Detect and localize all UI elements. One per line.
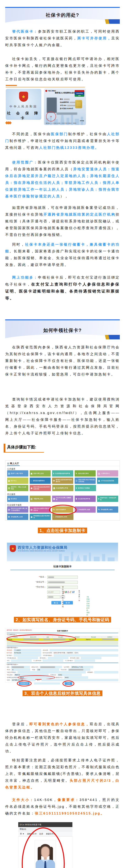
bureau-banner-screenshot: ★ 西安市人力资源和社会保障局 XI'AN MUNICIPAL HUMAN RE… — [7, 543, 118, 561]
field-value-box[interactable] — [18, 671, 86, 673]
portal-tile-社保卡加急制卡[interactable]: ✎社保卡加急制卡 — [52, 506, 73, 513]
portal-tile-西安市D、E类人才认定系统[interactable]: ▤西安市D、E类人才认定系统 — [7, 485, 28, 491]
field-value-box[interactable]: 居民身份证(户口簿) — [71, 666, 93, 668]
sms-sent-note: √短信验证码已发到您的手机，请查收 — [87, 596, 90, 616]
field: 领卡联系人： — [40, 657, 68, 659]
share-menu[interactable]: 享 ▼ — [20, 833, 24, 835]
captcha-input[interactable]: KDJFP — [47, 591, 60, 594]
tile-icon: ✎ — [98, 508, 100, 511]
portal-tile-异地就医网上备案[interactable]: ☰异地就医网上备案 — [75, 506, 96, 513]
national-emblem-icon: ★ — [19, 92, 28, 102]
field-value-box[interactable] — [50, 649, 118, 651]
field-value-box[interactable] — [18, 657, 38, 659]
portal-tile-医保卡网上挂失[interactable]: ▣医保卡网上挂失 — [30, 470, 51, 476]
field-value-box[interactable]: 未央区 — [64, 676, 88, 679]
portal-tile-医保个人账户查询[interactable]: ▤医保个人账户查询 — [7, 470, 28, 476]
portal-tile-失业保险技能补贴申请[interactable]: ¥失业保险技能补贴申请 — [52, 470, 73, 476]
portal-tile-促进就业十条措施[interactable]: ¥促进就业十条措施 — [75, 485, 96, 491]
portal-tile-西安市就业创业培训管理信息系统[interactable]: ◉西安市就业创业培训管理信息系统 — [30, 485, 51, 491]
portal-tile-定点医药机构申请[interactable]: ✚定点医药机构申请 — [75, 496, 96, 502]
field-value-box[interactable]: 未央区 — [58, 674, 82, 676]
field-value-box[interactable]: 个人未领卡 — [14, 649, 41, 651]
portal-tile-西安市社会保障卡网上领卡查询和预约[interactable]: ▤西安市社会保障卡网上领卡查询和预约 — [7, 506, 28, 513]
choose-file-button[interactable]: 点击选择文件 — [19, 682, 30, 685]
portal-tile-异地就医网上修改[interactable]: ✎异地就医网上修改 — [97, 506, 118, 513]
portal-tile-居民医保缴费查询[interactable]: ○居民医保缴费查询 — [30, 477, 51, 484]
field-value-box[interactable] — [41, 679, 118, 681]
captcha-refresh-link[interactable]: 看不清换一张 — [79, 590, 80, 601]
skyline-pagoda — [76, 554, 81, 561]
portal-section-label: 单位服务 — [7, 493, 15, 496]
field-label: 卡所属区县名称： — [7, 657, 17, 659]
field-value-box[interactable] — [14, 654, 41, 656]
tile-icon: ¥ — [53, 472, 54, 475]
portal-tile-就失业登记查询[interactable]: ✎就失业登记查询 — [75, 470, 96, 476]
portal-tile-2017年企业网上薪酬调查[interactable]: ▦2017年企业网上薪酬调查 — [52, 496, 73, 502]
field: 卡号： — [7, 659, 32, 662]
field-value-box[interactable] — [40, 666, 62, 668]
tile-icon: ▦ — [53, 487, 55, 489]
field-value-box[interactable] — [11, 666, 30, 668]
sms-countdown-button[interactable]: 请在89秒内输入验证码 — [61, 595, 65, 598]
field-label: 个人领卡时间： — [33, 660, 42, 661]
field: 经办记录： — [43, 649, 118, 651]
field: 个人领卡备注： — [65, 659, 95, 662]
field: 领卡联系人电话： — [70, 657, 101, 659]
paragraph-lost-card: 社保卡如丢失，可直接在银行网点即可申请补办，相对医保卡补卡网点，银行的网点更密集… — [5, 56, 120, 83]
skyline-building — [102, 554, 105, 561]
id-input[interactable] — [47, 581, 78, 584]
field: 卡所属详细地址： — [43, 654, 118, 656]
portal-tile-西安市军队转业干部安置管理系统[interactable]: ☰西安市军队转业干部安置管理系统 — [75, 477, 96, 484]
portal-tile-“四险”网上经办[interactable]: ▥“四险”网上经办 — [30, 496, 51, 502]
field-label: 身份证号码： — [32, 666, 39, 668]
portal-tile-异地就医网上注销[interactable]: ✚异地就医网上注销 — [7, 514, 28, 520]
paragraph-photo-requirements: 特别需要注意的是，必须按照要求上传本人电子证件照，照片基本要求：近期正面免冠彩色… — [5, 757, 120, 791]
skyline-building — [94, 557, 100, 561]
tile-label: 医保卡网上挂失 — [33, 472, 44, 474]
section-card-receive-info: 社保卡领卡信息>> — [7, 647, 118, 649]
field-row: *性别：女*民族：汉族*出生日期： — [7, 669, 118, 671]
field-value-box[interactable]: 西安市 — [19, 676, 54, 679]
field-value-box[interactable]: 汉族 — [37, 669, 59, 671]
tile-label: 西安市D、E类人才认定系统 — [11, 486, 27, 490]
field-value-box[interactable] — [74, 659, 95, 662]
bureau-title: 西安市人力资源和社会保障局 — [18, 545, 67, 550]
table-cell — [102, 638, 118, 641]
portal-tile-高校毕业生一次性创业补贴[interactable]: ¥高校毕业生一次性创业补贴 — [97, 496, 118, 502]
portal-tile-新增定点医药机构申报结果查询[interactable]: ✚新增定点医药机构申报结果查询 — [52, 477, 73, 484]
field-value-box[interactable] — [43, 659, 63, 662]
field-value-box[interactable] — [54, 654, 118, 656]
field-value-box[interactable]: 女 — [11, 669, 30, 671]
card-arrow-decoration: ▷ — [83, 102, 85, 106]
social-security-card-front-image: ★ 中华人民共和国 社 会 保 障 卡 — [6, 89, 41, 120]
portal-tile-西安市社会保障卡预约信息查询[interactable]: ▥西安市社会保障卡预约信息查询 — [30, 506, 51, 513]
section-header-underline — [4, 452, 44, 453]
text-span: 两卡可并存使用， — [77, 36, 112, 40]
tile-label: 西安市就业创业培训管理信息系统 — [33, 486, 50, 490]
field-value-box[interactable] — [94, 671, 118, 673]
portal-tile-职介中心[interactable]: ◉职介中心 — [7, 477, 28, 484]
field-label: *出生日期： — [61, 669, 68, 671]
field-value-box[interactable] — [81, 657, 101, 659]
verify-button[interactable]: 验证 — [52, 601, 61, 604]
text-span: 不同的是，医保卡由 — [12, 132, 51, 136]
refresh-button[interactable]: 刷新 — [63, 601, 73, 604]
portal-tile-异地就医定点医疗机构查询[interactable]: ◉异地就医定点医疗机构查询 — [30, 514, 51, 520]
tile-icon: ▥ — [31, 508, 33, 511]
field-value-box[interactable] — [11, 659, 32, 662]
portal-tile-机关养老[interactable]: ◉机关养老 — [7, 496, 28, 502]
portal-tile-失业保险网上申领[interactable]: ▦失业保险网上申领 — [52, 485, 73, 491]
text-span: 人社部门热线12333咨询办理。 — [39, 146, 99, 150]
portal-tile-人事考试中心[interactable]: ▥人事考试中心 — [97, 470, 118, 476]
field-value-box[interactable] — [48, 657, 68, 659]
explorer-path-bar: (D:) ▸ 360安全浏览器下载 — [18, 822, 72, 827]
field: 制卡状态：制卡未启动 — [7, 652, 41, 654]
skyline-building — [83, 555, 87, 561]
field-row: 登记状态：个人未领卡经办记录： — [7, 649, 118, 652]
field-value-box[interactable] — [68, 669, 90, 671]
portal-tile-大学生创业贷款系统[interactable]: ◉大学生创业贷款系统 — [97, 477, 118, 484]
upload-button[interactable]: 上传 — [65, 682, 72, 685]
name-input[interactable] — [47, 576, 78, 579]
sms-code-input[interactable] — [47, 595, 60, 598]
field-value-box[interactable]: 制卡未启动 — [14, 652, 41, 654]
